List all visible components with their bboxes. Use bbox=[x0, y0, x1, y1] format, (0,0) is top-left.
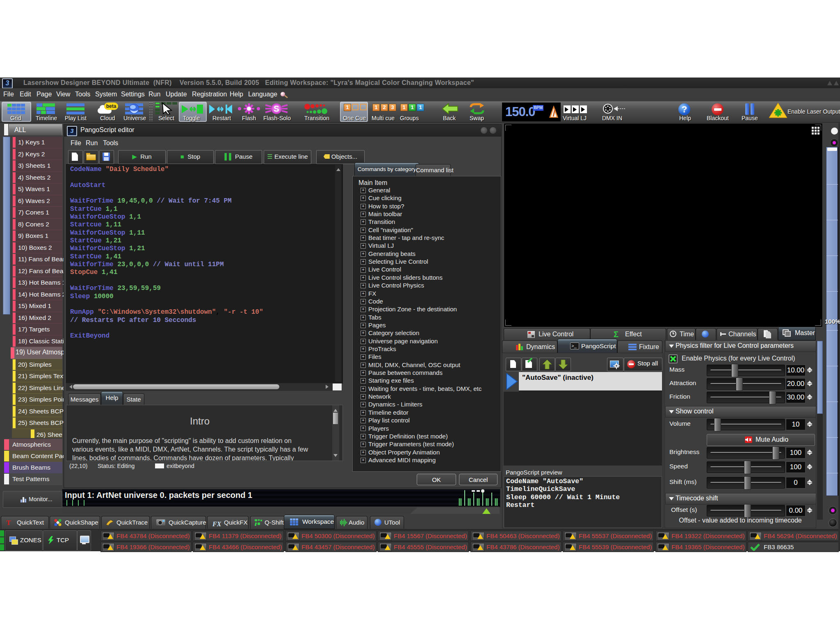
svg-text:T: T bbox=[6, 519, 11, 527]
svg-text:S: S bbox=[274, 104, 279, 113]
